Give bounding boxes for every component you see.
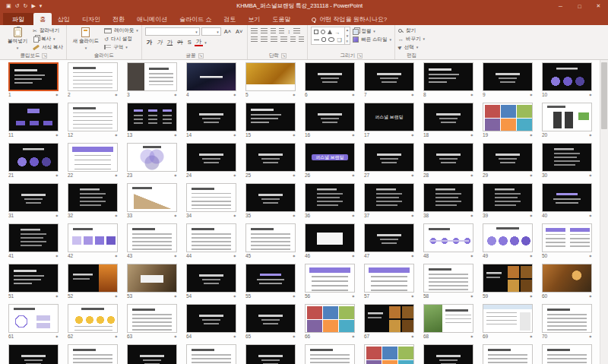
slide-thumbnail[interactable] xyxy=(423,223,473,252)
tab-design[interactable]: 디자인 xyxy=(76,13,106,25)
slide-thumbnail[interactable] xyxy=(542,183,592,212)
slide-thumbnail[interactable] xyxy=(483,103,533,131)
tab-view[interactable]: 보기 xyxy=(242,13,266,25)
slide-thumbnail[interactable] xyxy=(483,344,533,364)
quick-styles-button[interactable]: 빠른 스타일 ▾ xyxy=(353,36,391,43)
slide-thumbnail[interactable] xyxy=(68,103,118,131)
gallery-scroll-buttons[interactable]: ▲ ▼ ≡ xyxy=(345,27,350,45)
slide-thumbnail[interactable] xyxy=(542,103,592,131)
slide-thumbnail[interactable] xyxy=(127,344,177,364)
shapes-gallery[interactable]: → ❑ xyxy=(311,27,344,45)
slide-thumbnail[interactable] xyxy=(127,62,177,91)
slide-thumbnail[interactable] xyxy=(245,103,296,131)
format-painter-button[interactable]: 서식 복사 xyxy=(33,43,63,51)
slide-thumbnail[interactable] xyxy=(483,264,533,293)
slide-thumbnail[interactable] xyxy=(68,62,118,91)
slide-thumbnail[interactable] xyxy=(245,143,296,172)
dialog-launcher-icon[interactable]: ↘ xyxy=(357,53,363,59)
copy-button[interactable]: 복사 ▾ xyxy=(33,35,63,43)
dialog-launcher-icon[interactable]: ↘ xyxy=(281,53,287,59)
line-spacing-icon[interactable]: ↕ xyxy=(287,29,290,34)
slide-thumbnail[interactable] xyxy=(8,304,59,333)
slide-thumbnail[interactable] xyxy=(305,264,355,293)
tell-me-box[interactable]: 어떤 작업을 원하시나요? xyxy=(306,13,393,25)
align-center-icon[interactable] xyxy=(261,36,268,43)
start-slideshow-icon[interactable]: ▶ xyxy=(31,3,35,9)
slide-thumbnail[interactable] xyxy=(186,62,236,91)
slide-thumbnail[interactable] xyxy=(186,344,236,364)
slide-thumbnail[interactable] xyxy=(68,264,118,293)
increase-indent-icon[interactable] xyxy=(279,28,284,34)
align-left-icon[interactable] xyxy=(251,36,258,43)
slide-thumbnail[interactable] xyxy=(8,264,59,293)
slide-thumbnail[interactable] xyxy=(542,304,592,333)
tab-review[interactable]: 검토 xyxy=(217,13,242,25)
slide-thumbnail[interactable] xyxy=(483,223,533,252)
convert-smartart-icon[interactable] xyxy=(299,36,304,43)
slide-thumbnail[interactable] xyxy=(68,143,118,172)
slide-thumbnail[interactable]: 퍼스널 브랜딩 xyxy=(364,103,414,131)
slide-thumbnail[interactable] xyxy=(245,223,296,252)
slide-thumbnail[interactable] xyxy=(245,264,296,293)
slide-thumbnail[interactable] xyxy=(305,304,355,333)
underline-button[interactable]: 가 xyxy=(166,38,175,46)
customize-qat-icon[interactable]: ▾ xyxy=(40,3,43,9)
tab-file[interactable]: 파일 xyxy=(3,13,33,25)
font-color-button[interactable]: 가 xyxy=(195,38,204,46)
maximize-button[interactable]: □ xyxy=(570,0,589,12)
slide-thumbnail[interactable] xyxy=(483,183,533,212)
slide-thumbnail[interactable] xyxy=(186,264,236,293)
columns-icon[interactable] xyxy=(290,36,296,43)
slide-thumbnail[interactable] xyxy=(245,344,296,364)
slide-thumbnail[interactable] xyxy=(305,223,355,252)
slide-thumbnail[interactable] xyxy=(245,62,296,91)
slide-thumbnail[interactable] xyxy=(423,344,473,364)
section-button[interactable]: 구역 ▾ xyxy=(104,43,138,51)
slide-thumbnail[interactable] xyxy=(305,344,355,364)
tab-animations[interactable]: 애니메이션 xyxy=(131,13,173,25)
text-direction-icon[interactable] xyxy=(293,28,300,34)
slide-thumbnail[interactable] xyxy=(364,183,414,212)
slide-thumbnail[interactable] xyxy=(483,62,533,91)
slide-thumbnail[interactable] xyxy=(364,62,414,91)
slide-thumbnail[interactable] xyxy=(8,183,59,212)
slide-thumbnail[interactable] xyxy=(423,143,473,172)
slide-thumbnail[interactable] xyxy=(8,143,59,172)
select-button[interactable]: ▶ 선택 ▾ xyxy=(398,43,425,51)
decrease-indent-icon[interactable] xyxy=(271,28,276,34)
slide-thumbnail[interactable] xyxy=(423,103,473,131)
reset-button[interactable]: ↺ 다시 설정 xyxy=(104,35,138,43)
slide-thumbnail[interactable] xyxy=(542,62,592,91)
font-name-combobox[interactable]: ▾ xyxy=(145,27,200,36)
find-button[interactable]: 찾기 xyxy=(398,27,425,34)
minimize-button[interactable]: ─ xyxy=(551,0,570,12)
new-slide-button[interactable]: 새 슬라이드 ▾ xyxy=(70,27,102,51)
bold-button[interactable]: 가 xyxy=(145,38,154,46)
slide-thumbnail[interactable] xyxy=(127,264,177,293)
strikethrough-button[interactable]: 가 xyxy=(176,38,185,46)
close-button[interactable]: ✕ xyxy=(589,0,608,12)
tab-help[interactable]: 도움말 xyxy=(266,13,296,25)
justify-icon[interactable] xyxy=(280,36,287,43)
undo-icon[interactable]: ↺ xyxy=(15,3,20,9)
slide-thumbnail[interactable] xyxy=(364,304,414,333)
align-right-icon[interactable] xyxy=(271,36,277,43)
slide-thumbnail[interactable] xyxy=(364,264,414,293)
slide-thumbnail[interactable] xyxy=(68,223,118,252)
slide-thumbnail[interactable] xyxy=(186,103,236,131)
slide-thumbnail[interactable] xyxy=(542,264,592,293)
slide-thumbnail[interactable] xyxy=(542,143,592,172)
tab-transitions[interactable]: 전환 xyxy=(106,13,131,25)
slide-thumbnail[interactable] xyxy=(245,304,296,333)
bullets-icon[interactable] xyxy=(251,28,258,34)
slide-thumbnail[interactable] xyxy=(423,304,473,333)
slide-thumbnail[interactable] xyxy=(186,223,236,252)
slide-thumbnail[interactable] xyxy=(305,183,355,212)
slide-thumbnail[interactable] xyxy=(8,103,59,131)
slide-thumbnail[interactable] xyxy=(305,62,355,91)
vertical-scrollbar[interactable] xyxy=(600,60,608,364)
tab-home[interactable]: 홈 xyxy=(33,13,52,25)
scrollbar-thumb[interactable] xyxy=(601,62,607,129)
tab-insert[interactable]: 삽입 xyxy=(52,13,76,25)
slide-thumbnail[interactable] xyxy=(423,183,473,212)
